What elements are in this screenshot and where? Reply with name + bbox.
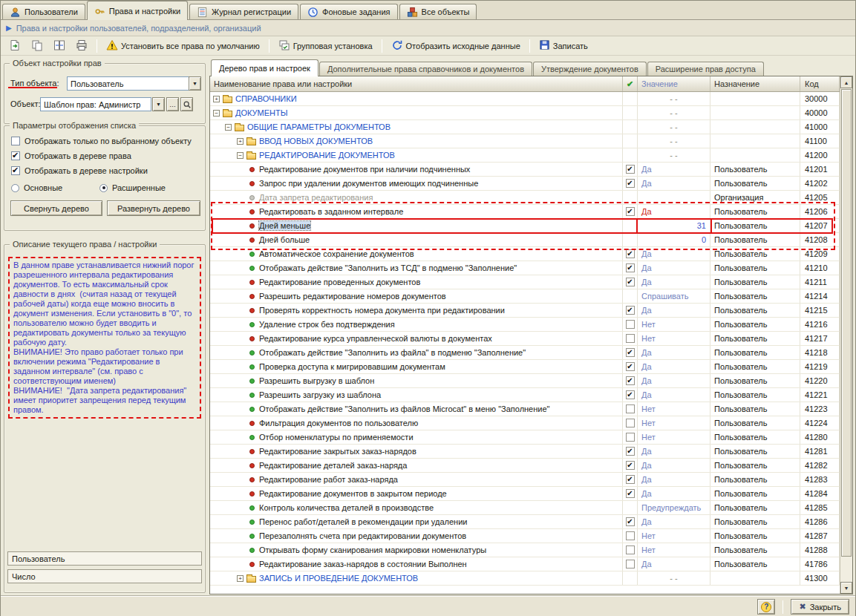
tab-document-approval[interactable]: Утверждение документов <box>533 62 647 76</box>
column-header-check[interactable]: ✔ <box>623 76 638 91</box>
unchecked-checkbox-icon[interactable] <box>626 404 635 413</box>
unchecked-checkbox-icon[interactable] <box>626 545 635 554</box>
print-button[interactable] <box>71 38 92 54</box>
vertical-scrollbar[interactable]: ▲ ▼ <box>840 76 852 594</box>
value-cell[interactable]: - - <box>638 92 710 105</box>
object-browse-button[interactable]: … <box>166 97 179 111</box>
checkbox-only-selected-object[interactable]: Отображать только по выбранному объекту <box>11 137 200 145</box>
table-row[interactable]: Перенос работ/деталей в рекомендации при… <box>210 515 840 529</box>
checked-checkbox-icon[interactable]: ✔ <box>626 475 635 484</box>
tab-access-extension[interactable]: Расширение прав доступа <box>647 62 764 76</box>
radio-icon[interactable] <box>11 184 19 192</box>
value-cell[interactable]: Да <box>638 557 710 571</box>
save-button[interactable]: Записать <box>535 38 592 54</box>
column-header-purpose[interactable]: Назначение <box>710 76 800 91</box>
tab-rights-settings[interactable]: Права и настройки <box>87 1 188 20</box>
close-button[interactable]: ✖ Закрыть <box>791 599 849 615</box>
value-cell[interactable]: - - <box>638 120 710 134</box>
expand-node-icon[interactable]: + <box>237 138 244 145</box>
value-cell[interactable]: Нет <box>638 416 710 430</box>
scroll-down-icon[interactable]: ▼ <box>840 582 852 594</box>
value-cell[interactable]: Да <box>638 459 710 472</box>
value-cell[interactable]: Да <box>638 360 710 373</box>
value-cell[interactable]: Да <box>638 304 710 317</box>
checked-checkbox-icon[interactable]: ✔ <box>626 306 635 315</box>
assignment-field[interactable]: Пользователь <box>7 551 202 566</box>
value-cell[interactable]: Да <box>638 445 710 458</box>
table-row[interactable]: Перезаполнять счета при редактировании д… <box>210 529 840 543</box>
table-row[interactable]: Запрос при удалении документов имеющих п… <box>210 177 840 191</box>
unchecked-checkbox-icon[interactable] <box>626 419 635 427</box>
table-row[interactable]: Отображать действие "Заполнить из файла"… <box>210 346 840 360</box>
object-field[interactable]: Шаблон прав: Администр <box>40 97 151 111</box>
table-row[interactable]: Отображать действие "Заполнить из ТСД" в… <box>210 261 840 275</box>
set-default-rights-button[interactable]: Установить все права по умолчанию <box>102 38 264 54</box>
show-source-button[interactable]: Отобразить исходные данные <box>387 38 525 54</box>
checkbox-icon[interactable] <box>11 151 20 160</box>
value-type-field[interactable]: Число <box>7 569 202 583</box>
column-header-name[interactable]: Наименование права или настройки <box>210 76 623 91</box>
value-cell[interactable]: - - <box>638 571 710 585</box>
checked-checkbox-icon[interactable]: ✔ <box>626 165 635 174</box>
copy-rights-button[interactable] <box>27 38 48 54</box>
table-row[interactable]: Отбор номенклатуры по применяемостиНетПо… <box>210 430 840 445</box>
value-cell[interactable]: Да <box>638 275 710 289</box>
value-cell[interactable]: 0 <box>638 233 710 246</box>
value-cell[interactable]: Да <box>638 374 710 387</box>
table-row[interactable]: Автоматическое сохранение документов✔ДаП… <box>210 247 840 261</box>
value-cell[interactable]: Да <box>638 487 710 500</box>
value-cell[interactable]: - - <box>638 134 710 148</box>
column-header-code[interactable]: Код <box>800 76 840 91</box>
table-row[interactable]: Редактирование заказ-нарядов в состоянии… <box>210 557 840 571</box>
checked-checkbox-icon[interactable]: ✔ <box>626 517 635 526</box>
table-row[interactable]: Контроль количества деталей в производст… <box>210 501 840 515</box>
scrollbar-thumb[interactable] <box>841 89 852 557</box>
tab-event-log[interactable]: Журнал регистрации <box>189 4 298 19</box>
unchecked-checkbox-icon[interactable] <box>626 560 635 569</box>
table-row[interactable]: Редактировать в заданном интервале✔ДаПол… <box>210 205 840 219</box>
table-row[interactable]: Редактирование проведенных документов✔Да… <box>210 275 840 289</box>
expand-tree-button[interactable]: Развернуть дерево <box>107 200 200 216</box>
table-row[interactable]: Удаление строк без подтвержденияНетПольз… <box>210 318 840 332</box>
table-row[interactable]: Разрешить редактирование номеров докумен… <box>210 289 840 304</box>
object-type-combo[interactable]: Пользователь ▼ <box>67 76 201 91</box>
export-rights-button[interactable] <box>4 38 25 54</box>
table-row[interactable]: Проверять корректность номера документа … <box>210 304 840 318</box>
checkbox-show-rights[interactable]: Отображать в дереве права <box>11 151 200 160</box>
table-row[interactable]: Фильтрация документов по пользователюНет… <box>210 416 840 430</box>
table-row[interactable]: Дней больше0Пользователь41208 <box>210 233 840 247</box>
checkbox-icon[interactable] <box>11 137 20 145</box>
checked-checkbox-icon[interactable]: ✔ <box>626 489 635 498</box>
table-row[interactable]: Открывать форму сканирования маркировки … <box>210 543 840 557</box>
expand-node-icon[interactable]: + <box>237 575 244 582</box>
radio-basic[interactable]: Основные <box>11 183 85 192</box>
checked-checkbox-icon[interactable]: ✔ <box>626 376 635 385</box>
tab-additional-rights[interactable]: Дополнительные права справочников и доку… <box>319 62 532 76</box>
checked-checkbox-icon[interactable]: ✔ <box>626 461 635 470</box>
radio-icon[interactable] <box>99 184 108 192</box>
value-cell[interactable]: Да <box>638 346 710 359</box>
value-cell[interactable]: Предупреждать <box>638 501 710 514</box>
checked-checkbox-icon[interactable]: ✔ <box>626 179 635 188</box>
tab-all-objects[interactable]: Все объекты <box>399 4 477 19</box>
collapse-tree-button[interactable]: Свернуть дерево <box>10 200 102 216</box>
value-cell[interactable]: Да <box>638 163 710 176</box>
unchecked-checkbox-icon[interactable] <box>626 334 635 343</box>
table-row[interactable]: −ОБЩИЕ ПАРАМЕТРЫ ДОКУМЕНТОВ- -41000 <box>210 120 840 134</box>
collapse-node-icon[interactable]: − <box>213 110 220 117</box>
table-row[interactable]: Редактирование закрытых заказ-нарядов✔Да… <box>210 445 840 459</box>
checked-checkbox-icon[interactable]: ✔ <box>626 207 635 216</box>
unchecked-checkbox-icon[interactable] <box>626 531 635 540</box>
value-cell[interactable]: Да <box>638 473 710 486</box>
group-set-button[interactable]: Групповая установка <box>274 38 377 54</box>
checked-checkbox-icon[interactable]: ✔ <box>626 362 635 371</box>
checkbox-show-settings[interactable]: Отображать в дереве настройки <box>11 166 200 175</box>
tab-users[interactable]: Пользователи <box>2 4 85 19</box>
value-cell[interactable] <box>638 191 710 204</box>
object-dropdown-button[interactable]: ▼ <box>152 97 165 111</box>
value-cell[interactable]: Да <box>638 177 710 190</box>
checked-checkbox-icon[interactable]: ✔ <box>626 390 635 399</box>
value-cell[interactable]: Нет <box>638 543 710 557</box>
value-cell[interactable]: Да <box>638 515 710 528</box>
table-row[interactable]: Редактирование работ заказ-наряда✔ДаПоль… <box>210 473 840 487</box>
